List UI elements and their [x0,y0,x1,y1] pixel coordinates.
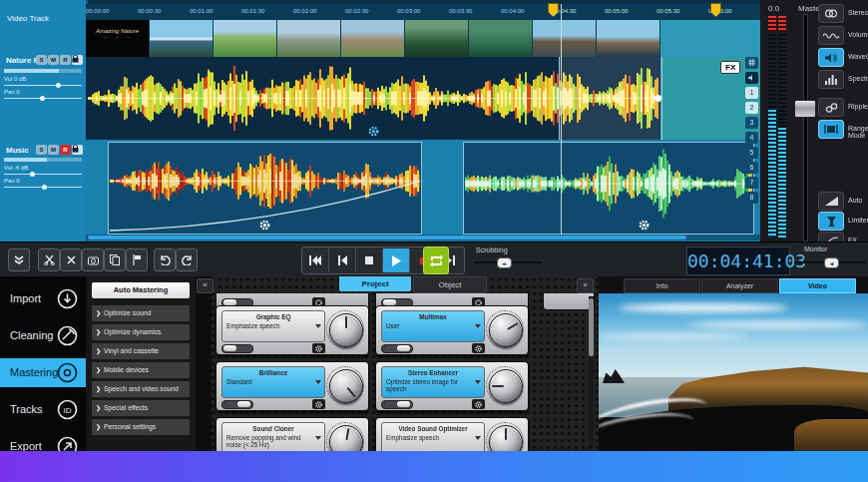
scrollbar-thumb[interactable] [88,236,686,240]
video-thumbnail-title[interactable]: Amazing Nature — · — · — [86,20,150,57]
tab-project[interactable]: Project [339,276,411,291]
lock-icon[interactable] [72,145,83,155]
volume-slider[interactable] [4,174,82,175]
category-personal-settings[interactable]: ❯Personal settings [92,419,190,435]
effect-toggle[interactable] [381,400,413,409]
record-arm-button[interactable]: R [60,145,71,155]
effect-settings-gear-icon[interactable] [312,399,325,409]
video-track[interactable]: Amazing Nature — · — · — [86,20,760,57]
limiter-icon[interactable] [818,212,844,231]
copy-icon[interactable] [104,248,126,271]
zoom-preset-5[interactable]: 5 [745,147,758,159]
category-optimize-dynamics[interactable]: ❯Optimize dynamics [92,324,190,340]
effect-toggle[interactable] [381,344,413,353]
redo-icon[interactable] [176,248,198,271]
scrubbing-slider-handle[interactable]: ◂▸ [497,257,512,268]
object-editor-icon[interactable] [82,248,104,271]
audio-clip[interactable] [108,142,422,235]
speaker-icon[interactable] [745,72,758,84]
lock-icon[interactable] [72,55,83,65]
effect-card-video-sound-optimizer[interactable]: Video Sound Optimizer Emphasize speech [375,417,529,451]
category-optimize-sound[interactable]: ❯Optimize sound [92,305,190,321]
grid-icon[interactable] [745,57,758,69]
ripple-chain-icon[interactable] [818,98,844,117]
master-fader-track[interactable] [803,14,808,241]
chevron-down-icon[interactable] [315,380,321,384]
effect-knob[interactable] [486,366,524,404]
track-level-bar[interactable] [4,158,82,162]
skip-start-button[interactable] [302,248,329,272]
sidebar-item-tracks[interactable]: Tracks ID [0,395,86,424]
video-thumbnail[interactable] [341,20,405,57]
solo-button[interactable]: S [36,145,47,155]
effect-settings-gear-icon[interactable] [312,343,325,353]
stereo-icon[interactable] [818,4,844,23]
volume-slider[interactable] [4,85,82,86]
auto-mastering-button[interactable]: Auto Mastering [92,282,190,298]
zoom-preset-4[interactable]: 4 [745,132,758,144]
fx-badge[interactable]: FX [720,61,740,74]
video-thumbnail[interactable] [533,20,597,57]
object-gear-icon[interactable] [258,219,271,232]
category-special-effects[interactable]: ❯Special effects [92,400,190,416]
tab-info[interactable]: Info [624,278,700,293]
music-track[interactable] [86,140,760,235]
category-mobile-devices[interactable]: ❯Mobile devices [92,362,190,378]
video-thumbnail[interactable] [597,20,660,57]
monitor-slider-handle[interactable]: ◀ [824,257,839,268]
effect-card-stereo-enhancer[interactable]: Stereo Enhancer Optimize stereo image fo… [375,361,529,411]
zoom-preset-7[interactable]: 7 [745,177,758,189]
tab-analyzer[interactable]: Analyzer [701,278,778,293]
video-thumbnail[interactable] [469,20,533,57]
zoom-preset-3[interactable]: 3 [745,117,758,129]
effect-card-brilliance[interactable]: Brilliance Standard I [216,361,369,411]
playhead[interactable] [561,4,562,237]
timeline-ruler[interactable]: 00:00:00 00:00:30 00:01:00 00:01:30 00:0… [86,4,760,20]
zoom-preset-1[interactable]: 1 [745,87,758,99]
spectral-bars-icon[interactable] [818,70,844,89]
effect-toggle[interactable] [221,344,253,353]
delete-icon[interactable] [60,248,82,271]
pan-slider-handle[interactable] [42,185,47,190]
effect-knob[interactable] [326,310,364,348]
effect-settings-gear-icon[interactable] [472,399,485,409]
chevron-down-icon[interactable] [315,324,321,328]
volume-slider-handle[interactable] [30,172,35,177]
loop-button[interactable] [423,246,449,274]
stop-button[interactable] [356,248,383,272]
range-mode-icon[interactable] [818,120,844,139]
sidebar-item-mastering[interactable]: Mastering [0,358,86,387]
effects-scrollbar[interactable] [589,296,594,446]
previous-button[interactable] [329,248,356,272]
zoom-preset-6[interactable]: 6 [745,162,758,174]
video-preview[interactable] [599,293,868,451]
video-thumbnail[interactable] [214,20,277,57]
effect-settings-gear-icon[interactable] [472,343,485,353]
video-thumbnail[interactable] [405,20,469,57]
scrollbar-thumb[interactable] [589,298,594,356]
volume-curve-icon[interactable] [818,26,844,45]
main-audio-track[interactable]: FX [86,57,760,140]
sidebar-item-import[interactable]: Import [0,284,86,313]
object-gear-icon[interactable] [638,219,651,232]
expand-right-icon[interactable]: » [577,278,594,293]
auto-ramp-icon[interactable] [818,192,844,211]
video-thumbnail[interactable] [150,20,214,57]
collapse-left-icon[interactable]: « [197,278,214,293]
effect-toggle[interactable] [221,400,253,409]
mute-button[interactable]: M [48,145,59,155]
collapse-arranger-icon[interactable] [8,248,30,271]
chevron-down-icon[interactable] [475,436,481,440]
effect-card-multimax[interactable]: Multimax User I [375,305,529,355]
wavecolor-speaker-icon[interactable] [818,48,844,67]
record-arm-button[interactable]: R [60,55,71,65]
object-gear-icon[interactable] [367,125,380,138]
solo-button[interactable]: S [36,55,47,65]
effect-card-sound-cloner[interactable]: Sound Cloner Remove popping and wind noi… [216,417,369,451]
video-thumbnail[interactable] [277,20,341,57]
chevron-down-icon[interactable] [315,436,321,440]
effect-knob[interactable] [326,422,364,451]
undo-icon[interactable] [154,248,176,271]
zoom-preset-2[interactable]: 2 [745,102,758,114]
sidebar-item-cleaning[interactable]: Cleaning [0,321,86,350]
